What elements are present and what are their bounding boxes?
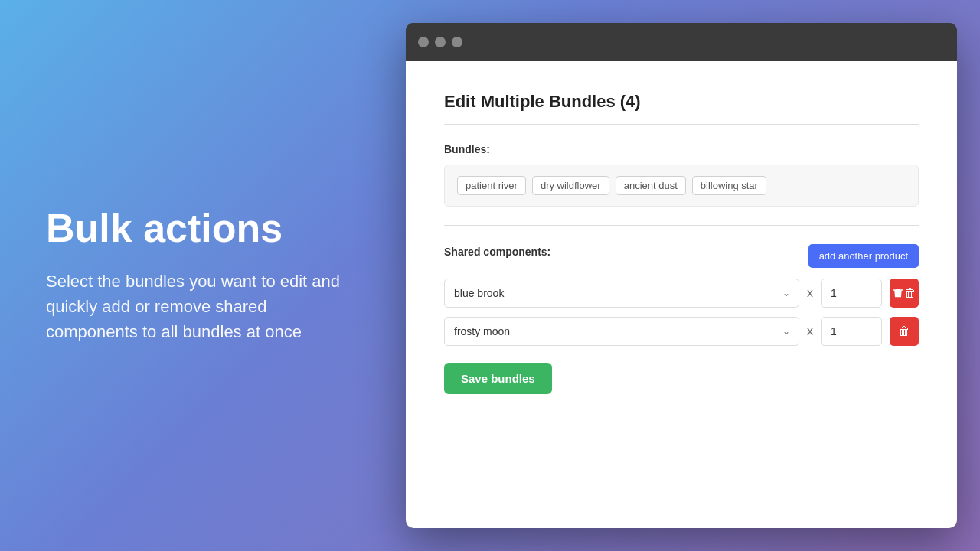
shared-components-header: Shared components: add another product	[444, 244, 919, 268]
traffic-light-minimize[interactable]	[435, 37, 446, 47]
traffic-lights	[418, 37, 462, 47]
quantity-wrapper-1	[821, 279, 882, 308]
browser-content: Edit Multiple Bundles (4) Bundles: patie…	[406, 61, 957, 528]
shared-components-label: Shared components:	[444, 246, 550, 258]
multiply-sign-1: x	[807, 286, 813, 300]
bundle-tag-ancient-dust: ancient dust	[616, 176, 686, 195]
traffic-light-close[interactable]	[418, 37, 429, 47]
quantity-input-2[interactable]	[821, 317, 882, 346]
product-select-wrapper-2: blue brook frosty moon ⌄	[444, 317, 799, 346]
product-select-wrapper-1: blue brook frosty moon ⌄	[444, 279, 799, 308]
bulk-actions-heading: Bulk actions	[46, 207, 360, 250]
titlebar	[406, 23, 957, 61]
bundle-tag-patient-river: patient river	[457, 176, 526, 195]
trash-icon-1	[892, 287, 904, 299]
left-panel: Bulk actions Select the bundles you want…	[0, 161, 406, 390]
delete-button-1[interactable]: 🗑	[890, 279, 919, 308]
section-divider	[444, 225, 919, 226]
product-row-1: blue brook frosty moon ⌄ x 🗑	[444, 279, 919, 308]
save-bundles-button[interactable]: Save bundles	[444, 363, 552, 394]
quantity-wrapper-2	[821, 317, 882, 346]
title-divider	[444, 124, 919, 125]
product-select-2[interactable]: blue brook frosty moon	[444, 317, 799, 346]
page-title: Edit Multiple Bundles (4)	[444, 92, 919, 112]
bundles-label: Bundles:	[444, 143, 919, 155]
bundle-tag-dry-wildflower: dry wildflower	[532, 176, 609, 195]
traffic-light-maximize[interactable]	[452, 37, 462, 47]
add-another-product-button[interactable]: add another product	[808, 244, 919, 268]
bundle-tag-billowing-star: billowing star	[692, 176, 766, 195]
product-select-1[interactable]: blue brook frosty moon	[444, 279, 799, 308]
bulk-actions-description: Select the bundles you want to edit and …	[46, 269, 360, 344]
multiply-sign-2: x	[807, 324, 813, 338]
quantity-input-1[interactable]	[821, 279, 882, 308]
browser-window: Edit Multiple Bundles (4) Bundles: patie…	[406, 23, 957, 528]
product-row-2: blue brook frosty moon ⌄ x 🗑	[444, 317, 919, 346]
bundles-container: patient river dry wildflower ancient dus…	[444, 165, 919, 207]
delete-button-2[interactable]: 🗑	[890, 317, 919, 346]
